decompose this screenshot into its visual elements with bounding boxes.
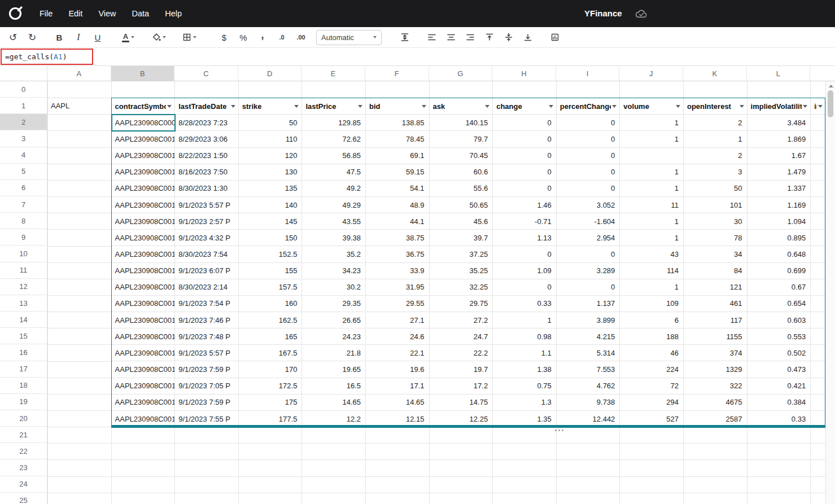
- row-header-17[interactable]: 17: [0, 361, 47, 378]
- table-cell[interactable]: 0.654: [747, 296, 811, 312]
- row-header-20[interactable]: 20: [0, 410, 47, 427]
- column-dropdown-icon[interactable]: [358, 105, 362, 108]
- cell-A1[interactable]: AAPL: [51, 98, 69, 114]
- table-cell[interactable]: 17.2: [430, 378, 493, 394]
- table-cell[interactable]: [811, 213, 826, 229]
- table-cell[interactable]: 0: [493, 115, 557, 130]
- table-cell[interactable]: 84: [684, 263, 747, 279]
- undo-button[interactable]: ↺: [5, 29, 21, 45]
- table-cell[interactable]: 48.9: [366, 197, 430, 213]
- table-cell[interactable]: 46: [620, 345, 684, 361]
- table-cell[interactable]: 70.45: [430, 148, 493, 164]
- row-header-0[interactable]: 0: [0, 81, 47, 98]
- column-dropdown-icon[interactable]: [485, 105, 489, 108]
- table-cell[interactable]: 49.2: [302, 181, 366, 196]
- table-cell[interactable]: 50: [239, 115, 303, 130]
- table-cell[interactable]: AAPL230908C00140000: [112, 197, 176, 213]
- table-cell[interactable]: 0.421: [747, 378, 811, 394]
- table-cell[interactable]: 14.75: [430, 395, 493, 410]
- table-cell[interactable]: 14.65: [302, 395, 366, 410]
- column-header-C[interactable]: C: [174, 66, 238, 81]
- table-cell[interactable]: 9/1/2023 5:57 P: [175, 345, 239, 361]
- table-cell[interactable]: 1: [684, 131, 747, 147]
- table-cell[interactable]: 78.45: [366, 131, 430, 147]
- table-cell[interactable]: 3.052: [557, 197, 620, 213]
- table-cell[interactable]: 79.7: [430, 131, 493, 147]
- table-cell[interactable]: 27.1: [366, 312, 430, 328]
- borders-button[interactable]: [177, 29, 201, 45]
- table-cell[interactable]: [811, 164, 826, 180]
- table-cell[interactable]: 1.3: [493, 395, 557, 410]
- column-dropdown-icon[interactable]: [549, 105, 553, 108]
- table-cell[interactable]: 0: [493, 148, 557, 164]
- table-header-change[interactable]: change: [493, 98, 557, 114]
- table-cell[interactable]: 0.384: [747, 395, 811, 410]
- row-header-15[interactable]: 15: [0, 328, 47, 344]
- valign-middle-button[interactable]: [500, 29, 517, 45]
- column-header-L[interactable]: L: [747, 66, 811, 81]
- table-cell[interactable]: 3.289: [557, 263, 620, 279]
- table-cell[interactable]: 294: [620, 395, 684, 410]
- table-cell[interactable]: 1.67: [747, 148, 811, 164]
- table-cell[interactable]: AAPL230908C00110000: [112, 131, 176, 147]
- table-cell[interactable]: 0: [557, 131, 620, 147]
- table-cell[interactable]: 0: [493, 181, 557, 196]
- column-header-F[interactable]: F: [365, 66, 429, 81]
- table-cell[interactable]: 54.1: [366, 181, 430, 196]
- row-header-18[interactable]: 18: [0, 378, 47, 394]
- table-cell[interactable]: AAPL230908C00172500: [112, 378, 176, 394]
- insert-chart-button[interactable]: [547, 29, 563, 45]
- formula-input[interactable]: =get_calls(A1): [1, 49, 93, 65]
- table-cell[interactable]: 0.67: [747, 279, 811, 295]
- table-cell[interactable]: 0: [557, 115, 620, 130]
- table-cell[interactable]: 36.75: [366, 246, 430, 262]
- table-cell[interactable]: 1.09: [493, 263, 557, 279]
- table-cell[interactable]: 160: [239, 296, 303, 312]
- table-cell[interactable]: 19.7: [430, 361, 493, 377]
- row-header-3[interactable]: 3: [0, 130, 47, 147]
- column-header-B[interactable]: B: [111, 66, 175, 81]
- table-cell[interactable]: 4.762: [557, 378, 620, 394]
- table-cell[interactable]: 7.553: [557, 361, 620, 377]
- table-cell[interactable]: 1.46: [493, 197, 557, 213]
- column-header-E[interactable]: E: [301, 66, 365, 81]
- number-format-select[interactable]: Automatic: [316, 30, 382, 45]
- table-cell[interactable]: 72: [620, 378, 684, 394]
- bold-button[interactable]: B: [51, 29, 68, 45]
- table-cell[interactable]: AAPL230908C00130000: [112, 164, 176, 180]
- table-cell[interactable]: AAPL230908C00175000: [112, 395, 176, 410]
- table-cell[interactable]: 1: [493, 312, 557, 328]
- table-cell[interactable]: [811, 312, 826, 328]
- scrollbar-thumb[interactable]: [828, 90, 833, 117]
- table-cell[interactable]: 47.5: [302, 164, 366, 180]
- spreadsheet-grid[interactable]: ABCDEFGHIJKL 012345678910111213141516171…: [0, 66, 835, 504]
- table-cell[interactable]: AAPL230908C00162500: [112, 312, 176, 328]
- row-header-5[interactable]: 5: [0, 164, 47, 180]
- table-cell[interactable]: [811, 328, 826, 344]
- table-cell[interactable]: 461: [684, 296, 747, 312]
- table-cell[interactable]: 29.55: [366, 296, 430, 312]
- table-cell[interactable]: 21.8: [302, 345, 366, 361]
- table-cell[interactable]: 9/1/2023 7:59 P: [175, 395, 239, 410]
- formula-bar[interactable]: =get_calls(A1): [0, 48, 835, 66]
- table-cell[interactable]: 140: [239, 197, 303, 213]
- table-header-impliedVolatility[interactable]: impliedVolatility: [747, 98, 811, 114]
- table-cell[interactable]: 69.1: [366, 148, 430, 164]
- table-cell[interactable]: 8/30/2023 2:14: [175, 279, 239, 295]
- table-cell[interactable]: 0: [493, 279, 557, 295]
- table-cell[interactable]: 0: [493, 131, 557, 147]
- table-cell[interactable]: 8/30/2023 7:54: [175, 246, 239, 262]
- table-cell[interactable]: AAPL230908C00170000: [112, 361, 176, 377]
- column-dropdown-icon[interactable]: [167, 105, 172, 108]
- table-cell[interactable]: 8/30/2023 1:30: [175, 181, 239, 196]
- scroll-up-icon[interactable]: [829, 85, 833, 87]
- table-cell[interactable]: 4.215: [557, 328, 620, 344]
- table-cell[interactable]: AAPL230908C00135000: [112, 181, 176, 196]
- table-cell[interactable]: 1: [620, 164, 684, 180]
- table-cell[interactable]: 43.55: [302, 213, 366, 229]
- table-cell[interactable]: 30.2: [302, 279, 366, 295]
- column-header-H[interactable]: H: [492, 66, 556, 81]
- column-dropdown-icon[interactable]: [422, 105, 426, 108]
- table-cell[interactable]: 0: [557, 246, 620, 262]
- table-cell[interactable]: 33.9: [366, 263, 430, 279]
